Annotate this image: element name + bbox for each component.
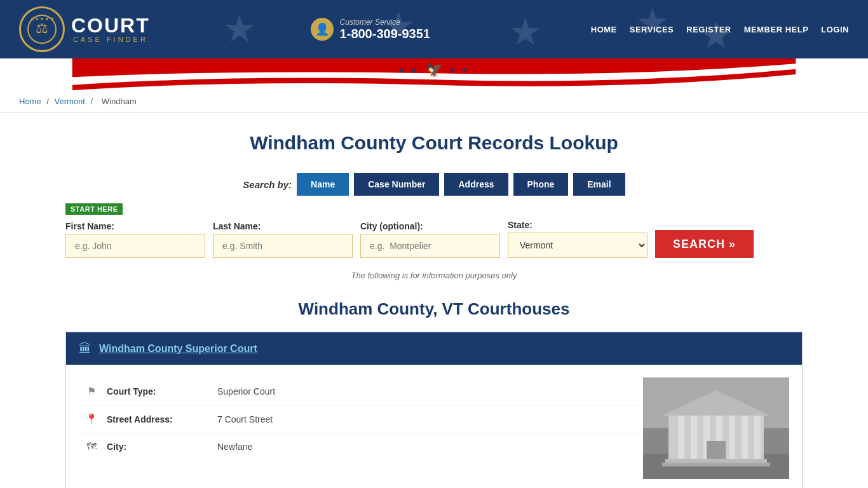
- court-city-label: City:: [107, 442, 208, 452]
- court-details: ⚑ Court Type: Superior Court 📍 Street Ad…: [66, 365, 802, 488]
- nav-services[interactable]: SERVICES: [630, 25, 674, 34]
- breadcrumb-county: Windham: [102, 97, 137, 106]
- state-select[interactable]: Vermont Alabama Alaska Arizona: [508, 233, 648, 258]
- tab-email[interactable]: Email: [573, 173, 625, 196]
- courthouse-placeholder: [643, 377, 789, 479]
- city-label: City (optional):: [360, 221, 500, 231]
- city-input[interactable]: [360, 234, 500, 258]
- court-address-label: Street Address:: [107, 414, 208, 424]
- page-title: Windham County Court Records Lookup: [65, 132, 803, 154]
- breadcrumb: Home / Vermont / Windham: [0, 90, 868, 113]
- info-text: The following is for information purpose…: [65, 271, 803, 280]
- svg-text:⚖: ⚖: [36, 20, 48, 36]
- svg-rect-12: [729, 416, 735, 460]
- court-address-value: 7 Court Street: [217, 414, 273, 424]
- city-group: City (optional):: [360, 221, 500, 258]
- logo-text: COURT CASE FINDER: [71, 15, 150, 43]
- court-city-value: Newfane: [217, 442, 252, 452]
- tab-case-number[interactable]: Case Number: [354, 173, 439, 196]
- search-by-row: Search by: Name Case Number Address Phon…: [65, 173, 803, 196]
- nav-member-help[interactable]: MEMBER HELP: [744, 25, 809, 34]
- svg-rect-15: [707, 441, 726, 460]
- search-by-label: Search by:: [243, 179, 292, 190]
- svg-rect-9: [691, 416, 697, 460]
- map-icon: 🗺: [85, 441, 98, 452]
- logo-area[interactable]: ⚖ ★ ★ ★ ★ ★ COURT CASE FINDER: [19, 6, 150, 52]
- court-type-value: Superior Court: [217, 386, 275, 396]
- svg-rect-17: [662, 463, 770, 466]
- last-name-input[interactable]: [213, 234, 353, 258]
- main-nav: HOME SERVICES REGISTER MEMBER HELP LOGIN: [591, 25, 849, 34]
- nav-home[interactable]: HOME: [591, 25, 617, 34]
- state-group: State: Vermont Alabama Alaska Arizona: [508, 220, 648, 258]
- phone-icon: 👤: [311, 18, 334, 41]
- svg-rect-14: [754, 416, 761, 460]
- court-card-header: 🏛 Windham County Superior Court: [66, 332, 802, 365]
- tab-name[interactable]: Name: [297, 173, 349, 196]
- court-image: [643, 377, 789, 479]
- gavel-icon: ⚑: [85, 385, 98, 397]
- courthouse-icon: 🏛: [79, 341, 92, 356]
- first-name-group: First Name:: [65, 221, 205, 258]
- nav-login[interactable]: LOGIN: [821, 25, 849, 34]
- tab-address[interactable]: Address: [444, 173, 508, 196]
- court-info: ⚑ Court Type: Superior Court 📍 Street Ad…: [79, 377, 643, 479]
- nav-register[interactable]: REGISTER: [686, 25, 731, 34]
- svg-rect-13: [742, 416, 748, 460]
- tab-phone[interactable]: Phone: [513, 173, 569, 196]
- eagle-emblem: ★ ★ 🦅 ★ ★: [398, 62, 469, 78]
- search-button[interactable]: SEARCH »: [655, 230, 754, 258]
- court-type-label: Court Type:: [107, 386, 208, 396]
- breadcrumb-home[interactable]: Home: [19, 97, 41, 106]
- court-card: 🏛 Windham County Superior Court ⚑ Court …: [65, 332, 803, 488]
- wave-banner: ★ ★ 🦅 ★ ★: [0, 58, 868, 90]
- cs-text: Customer Service 1-800-309-9351: [340, 18, 430, 41]
- last-name-group: Last Name:: [213, 221, 353, 258]
- breadcrumb-state[interactable]: Vermont: [55, 97, 85, 106]
- court-name-link[interactable]: Windham County Superior Court: [99, 343, 257, 355]
- location-icon: 📍: [85, 413, 98, 425]
- header: ★ ★ ★ ★ ★ ⚖ ★ ★ ★ ★ ★ COURT CASE FINDER …: [0, 0, 868, 58]
- first-name-label: First Name:: [65, 221, 205, 231]
- svg-text:★ ★ ★ ★ ★: ★ ★ ★ ★ ★: [31, 17, 54, 22]
- court-address-row: 📍 Street Address: 7 Court Street: [79, 405, 643, 433]
- start-here-badge: START HERE: [65, 203, 803, 220]
- customer-service: 👤 Customer Service 1-800-309-9351: [311, 18, 430, 41]
- courthouses-title: Windham County, VT Courthouses: [65, 299, 803, 319]
- last-name-label: Last Name:: [213, 221, 353, 231]
- main-content: Windham County Court Records Lookup Sear…: [53, 113, 815, 488]
- search-form: First Name: Last Name: City (optional): …: [65, 220, 803, 258]
- logo-circle: ⚖ ★ ★ ★ ★ ★: [19, 6, 65, 52]
- search-section: Search by: Name Case Number Address Phon…: [65, 173, 803, 258]
- first-name-input[interactable]: [65, 234, 205, 258]
- court-type-row: ⚑ Court Type: Superior Court: [79, 377, 643, 405]
- state-label: State:: [508, 220, 648, 230]
- svg-rect-8: [678, 416, 684, 460]
- court-city-row: 🗺 City: Newfane: [79, 433, 643, 460]
